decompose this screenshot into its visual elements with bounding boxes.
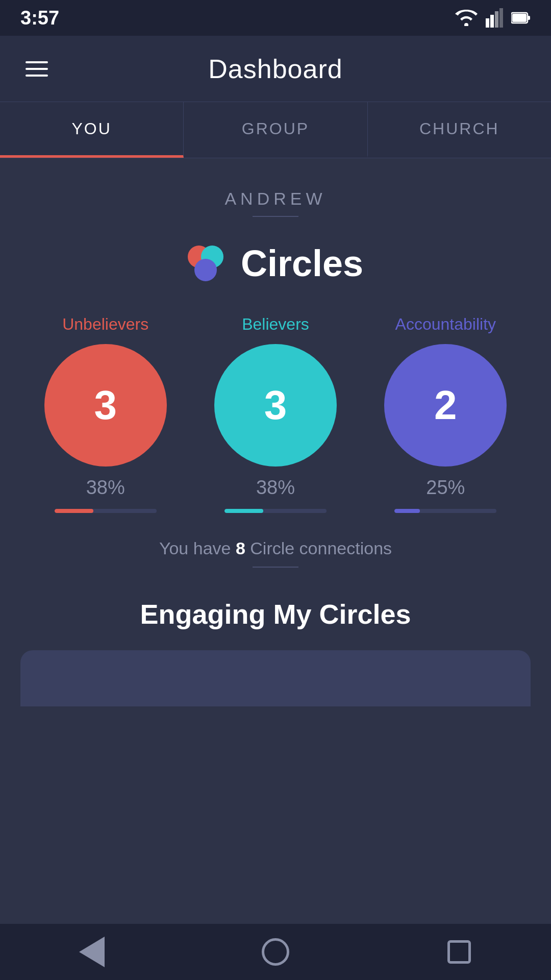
svg-rect-2 — [495, 11, 498, 28]
engaging-card-partial[interactable] — [20, 650, 531, 706]
home-icon — [262, 938, 289, 966]
user-name: ANDREW — [224, 189, 326, 209]
circle-bubble-unbelievers: 3 — [44, 344, 167, 467]
icon-purple-dot — [194, 259, 217, 281]
circle-believers[interactable]: Believers 3 38% — [199, 315, 352, 513]
status-time: 3:57 — [20, 7, 59, 29]
back-button[interactable] — [71, 932, 112, 972]
circle-accountability[interactable]: Accountability 2 25% — [369, 315, 522, 513]
svg-rect-6 — [512, 14, 527, 22]
circle-percent-accountability: 25% — [426, 477, 465, 499]
tab-church[interactable]: CHURCH — [368, 102, 551, 158]
menu-button[interactable] — [26, 61, 48, 77]
engaging-title: Engaging My Circles — [140, 598, 411, 630]
circle-label-accountability: Accountability — [395, 315, 496, 334]
svg-rect-5 — [528, 16, 530, 20]
circle-bubble-believers: 3 — [214, 344, 337, 467]
name-divider — [253, 216, 298, 217]
home-button[interactable] — [255, 932, 296, 972]
circle-percent-believers: 38% — [256, 477, 295, 499]
battery-icon — [511, 11, 531, 25]
circle-bar-fill-believers — [224, 509, 263, 513]
circle-percent-unbelievers: 38% — [86, 477, 125, 499]
circle-label-unbelievers: Unbelievers — [62, 315, 148, 334]
wifi-icon — [455, 10, 478, 26]
header-title: Dashboard — [208, 54, 342, 84]
svg-rect-0 — [486, 18, 489, 28]
recents-icon — [447, 940, 471, 964]
circle-bar-fill-unbelievers — [55, 509, 93, 513]
circle-bar-accountability — [394, 509, 496, 513]
circle-bar-believers — [224, 509, 327, 513]
back-icon — [79, 937, 105, 967]
circle-bubble-accountability: 2 — [384, 344, 507, 467]
tab-group[interactable]: GROUP — [184, 102, 367, 158]
circle-bar-unbelievers — [55, 509, 157, 513]
status-icons — [455, 8, 531, 28]
signal-icon — [486, 8, 503, 28]
circles-row: Unbelievers 3 38% Believers 3 38% Accoun… — [20, 315, 531, 513]
tab-you[interactable]: YOU — [0, 102, 184, 158]
svg-rect-1 — [490, 15, 494, 28]
circle-label-believers: Believers — [242, 315, 309, 334]
header: Dashboard — [0, 36, 551, 102]
main-content: ANDREW Circles Unbelievers 3 38% Believe… — [0, 158, 551, 706]
connections-divider — [253, 567, 298, 568]
connections-count: 8 — [236, 538, 245, 558]
status-bar: 3:57 — [0, 0, 551, 36]
circles-title-row: Circles — [188, 242, 363, 284]
circle-unbelievers[interactable]: Unbelievers 3 38% — [29, 315, 182, 513]
recents-button[interactable] — [439, 932, 480, 972]
svg-rect-3 — [499, 8, 503, 28]
circles-title: Circles — [241, 242, 363, 284]
connections-text: You have 8 Circle connections — [159, 538, 392, 558]
bottom-nav — [0, 924, 551, 980]
circles-icon — [188, 246, 229, 281]
tabs-bar: YOU GROUP CHURCH — [0, 102, 551, 158]
circle-bar-fill-accountability — [394, 509, 420, 513]
